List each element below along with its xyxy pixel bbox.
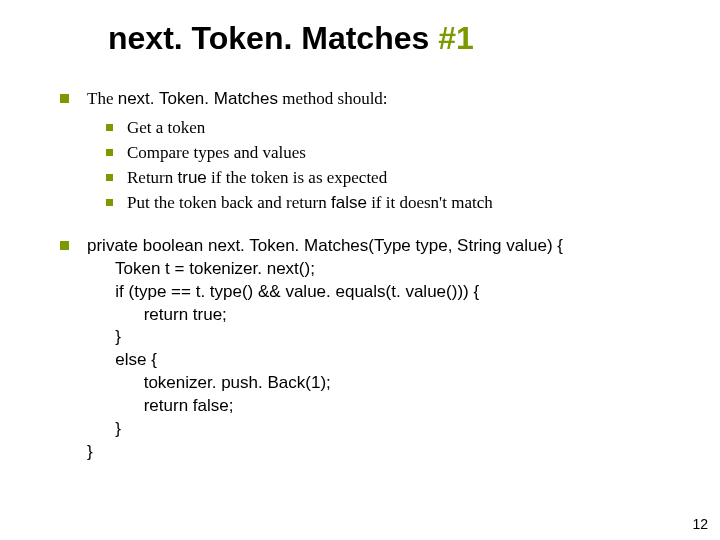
code-line: else {: [87, 350, 157, 369]
slide-body: The next. Token. Matches method should: …: [60, 88, 680, 470]
bullet-icon: [106, 124, 113, 131]
sub-text: Compare types and values: [127, 142, 306, 165]
title-main: next. Token. Matches: [108, 20, 438, 56]
code-text: private boolean next. Token. Matches(Typ…: [87, 235, 563, 464]
sub-bullet-3: Return true if the token is as expected: [106, 167, 680, 190]
code-line: if (type == t. type() && value. equals(t…: [87, 282, 479, 301]
bullet-icon: [60, 241, 69, 250]
sub-post: if the token is as expected: [207, 168, 387, 187]
bullet-icon: [106, 199, 113, 206]
intro-suffix: method should:: [278, 89, 388, 108]
code-block: private boolean next. Token. Matches(Typ…: [60, 235, 680, 464]
sub-bullet-1: Get a token: [106, 117, 680, 140]
sub-text: Return true if the token is as expected: [127, 167, 387, 190]
bullet-icon: [106, 149, 113, 156]
slide-title: next. Token. Matches #1: [108, 20, 474, 57]
sub-kw: false: [331, 193, 367, 212]
intro-text: The next. Token. Matches method should:: [87, 88, 388, 111]
code-line: }: [87, 419, 121, 438]
code-line: tokenizer. push. Back(1);: [87, 373, 331, 392]
bullet-icon: [106, 174, 113, 181]
page-number: 12: [692, 516, 708, 532]
sub-text: Get a token: [127, 117, 205, 140]
code-line: Token t = tokenizer. next();: [87, 259, 315, 278]
sub-text: Put the token back and return false if i…: [127, 192, 493, 215]
sub-pre: Return: [127, 168, 178, 187]
code-line: return false;: [87, 396, 233, 415]
sub-kw: true: [178, 168, 207, 187]
sub-bullet-4: Put the token back and return false if i…: [106, 192, 680, 215]
sub-bullet-2: Compare types and values: [106, 142, 680, 165]
slide: next. Token. Matches #1 The next. Token.…: [0, 0, 720, 540]
code-line: return true;: [87, 305, 227, 324]
sub-post: if it doesn't match: [367, 193, 493, 212]
code-line: }: [87, 442, 93, 461]
intro-method: next. Token. Matches: [118, 89, 278, 108]
title-number: #1: [438, 20, 474, 56]
code-line: private boolean next. Token. Matches(Typ…: [87, 236, 563, 255]
code-line: }: [87, 327, 121, 346]
sub-pre: Put the token back and return: [127, 193, 331, 212]
intro-line: The next. Token. Matches method should:: [60, 88, 680, 111]
intro-prefix: The: [87, 89, 118, 108]
bullet-icon: [60, 94, 69, 103]
